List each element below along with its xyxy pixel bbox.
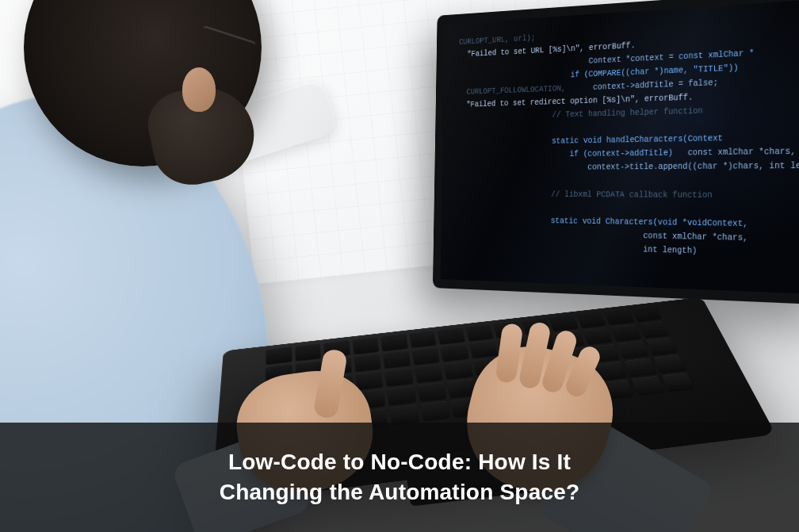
title-line-1: Low-Code to No-Code: How Is It [228, 450, 571, 474]
code-line: if (context->addTitle) [569, 148, 673, 159]
code-line: CURLOPT_URL, url); [459, 33, 535, 47]
code-line: const xmlChar *chars, [688, 147, 796, 158]
code-line: context->title.append((char *)chars, int… [587, 161, 799, 172]
article-title: Low-Code to No-Code: How Is It Changing … [220, 447, 580, 507]
code-line: Context *context = [589, 52, 679, 65]
code-line: static void Characters(void *voidContext… [551, 216, 748, 228]
article-hero: CURLOPT_URL, url); "Failed to set URL [%… [0, 0, 799, 532]
code-line: static void handleCharacters(Context [552, 133, 723, 146]
code-line: context->addTitle = false; [593, 78, 718, 92]
code-line: int length) [643, 244, 697, 255]
code-line: const xmlChar *chars, [643, 231, 747, 243]
code-line: // libxml PCDATA callback function [551, 189, 713, 200]
code-line: // Text handling helper function [552, 106, 702, 120]
caption-bar: Low-Code to No-Code: How Is It Changing … [0, 423, 799, 532]
code-line: const xmlChar * [679, 48, 754, 62]
laptop-screen: CURLOPT_URL, url); "Failed to set URL [%… [433, 0, 799, 305]
title-line-2: Changing the Automation Space? [220, 480, 580, 504]
code-editor: CURLOPT_URL, url); "Failed to set URL [%… [440, 0, 799, 294]
code-line: CURLOPT_FOLLOWLOCATION, [466, 84, 565, 97]
